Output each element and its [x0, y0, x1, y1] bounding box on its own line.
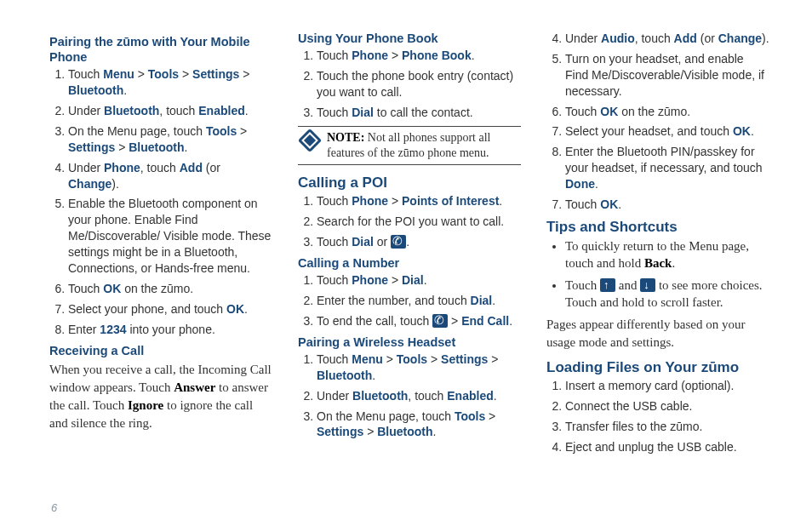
paragraph: When you receive a call, the Incoming Ca… [49, 361, 272, 432]
step: On the Menu page, touch Tools > Settings… [68, 123, 272, 156]
section-receiving-call: Receiving a Call When you receive a call… [49, 343, 272, 432]
step: To end the call, touch > End Call. [317, 313, 521, 329]
step: Under Audio, touch Add (or Change). [565, 31, 769, 47]
heading: Loading Files on Your zūmo [546, 358, 769, 376]
step: Touch Dial or . [317, 234, 521, 250]
note-box: NOTE: Not all phones support all feature… [298, 126, 521, 165]
step: Search for the POI you want to call. [317, 214, 521, 230]
section-pairing-headset-cont: Under Audio, touch Add (or Change). Turn… [546, 31, 769, 213]
section-loading-files: Loading Files on Your zūmo Insert a memo… [546, 358, 769, 455]
step: Under Bluetooth, touch Enabled. [317, 388, 521, 404]
step: Enter the Bluetooth PIN/passkey for your… [565, 144, 769, 192]
note-icon [298, 129, 322, 152]
arrow-up-icon [600, 278, 615, 292]
step: Touch Phone > Dial. [317, 272, 521, 289]
step: Touch OK on the zūmo. [565, 104, 769, 120]
section-pairing-headset: Pairing a Wireless Headset Touch Menu > … [298, 334, 521, 441]
step: Connect the USB cable. [565, 398, 769, 415]
step: Touch OK on the zūmo. [68, 281, 272, 297]
step: Touch Dial to call the contact. [317, 105, 521, 121]
step: Touch Menu > Tools > Settings > Bluetoot… [68, 66, 272, 99]
section-tips-shortcuts: Tips and Shortcuts To quickly return to … [546, 218, 769, 352]
manual-page: Pairing the zūmo with Your Mobile Phone … [0, 0, 812, 526]
step: Enable the Bluetooth component on your p… [68, 196, 272, 276]
bullet-list: To quickly return to the Menu page, touc… [546, 237, 769, 311]
step: Select your headset, and touch OK. [565, 123, 769, 140]
heading: Calling a Number [298, 255, 521, 271]
step: Under Phone, touch Add (or Change). [68, 160, 272, 192]
phone-icon [432, 314, 448, 328]
columns: Pairing the zūmo with Your Mobile Phone … [49, 31, 769, 490]
phone-icon [391, 235, 406, 249]
heading: Calling a POI [298, 174, 521, 192]
heading: Pairing a Wireless Headset [298, 334, 521, 350]
step: Select your phone, and touch OK. [68, 301, 272, 317]
ordered-list: Insert a memory card (optional). Connect… [546, 378, 769, 455]
paragraph: Pages appear differently based on your u… [546, 316, 769, 352]
ordered-list: Touch Menu > Tools > Settings > Bluetoot… [49, 66, 272, 337]
section-phone-book: Using Your Phone Book Touch Phone > Phon… [298, 31, 521, 165]
step: Insert a memory card (optional). [565, 378, 769, 394]
step: Transfer files to the zūmo. [565, 419, 769, 435]
ordered-list: Touch Phone > Points of Interest. Search… [298, 193, 521, 250]
heading: Using Your Phone Book [298, 31, 521, 46]
step: Touch OK. [565, 197, 769, 213]
arrow-down-icon [640, 278, 655, 292]
ordered-list: Under Audio, touch Add (or Change). Turn… [546, 31, 769, 213]
step: Touch the phone book entry (contact) you… [317, 68, 521, 100]
step: Eject and unplug the USB cable. [565, 439, 769, 455]
ordered-list: Touch Phone > Phone Book. Touch the phon… [298, 48, 521, 121]
step: Under Bluetooth, touch Enabled. [68, 103, 272, 119]
step: Touch Menu > Tools > Settings > Bluetoot… [317, 352, 521, 384]
step: Touch Phone > Phone Book. [317, 48, 521, 64]
heading: Receiving a Call [49, 343, 272, 358]
step: Touch Phone > Points of Interest. [317, 193, 521, 209]
bullet: Touch and to see more choices. Touch and… [565, 277, 769, 312]
bullet: To quickly return to the Menu page, touc… [565, 237, 769, 272]
ordered-list: Touch Phone > Dial. Enter the number, an… [298, 272, 521, 329]
ordered-list: Touch Menu > Tools > Settings > Bluetoot… [298, 352, 521, 440]
page-number: 6 [51, 501, 57, 514]
step: On the Menu page, touch Tools > Settings… [317, 409, 521, 441]
heading: Tips and Shortcuts [546, 218, 769, 236]
section-calling-number: Calling a Number Touch Phone > Dial. Ent… [298, 255, 521, 329]
heading: Pairing the zūmo with Your Mobile Phone [49, 34, 272, 65]
step: Turn on your headset, and enable Find Me… [565, 51, 769, 100]
section-calling-poi: Calling a POI Touch Phone > Points of In… [298, 174, 521, 250]
step: Enter the number, and touch Dial. [317, 293, 521, 309]
step: Enter 1234 into your phone. [68, 322, 272, 338]
section-pairing-phone: Pairing the zūmo with Your Mobile Phone … [49, 34, 272, 338]
